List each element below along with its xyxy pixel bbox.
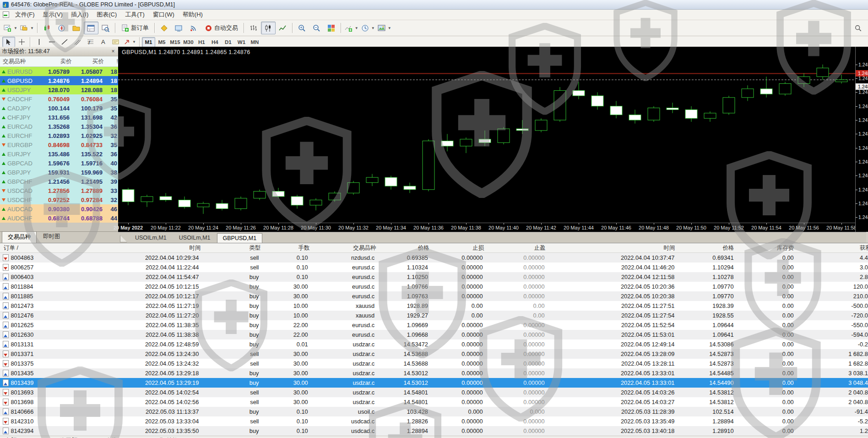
- new-chart-button[interactable]: ▼: [2, 22, 19, 34]
- orders-column-5[interactable]: 交易品种: [313, 243, 379, 252]
- market-watch-row-chfjpy[interactable]: CHFJPY131.656131.69842: [0, 113, 118, 122]
- market-watch-row-eurchf[interactable]: EURCHF1.028931.0292532: [0, 131, 118, 140]
- market-watch-row-gbpchf[interactable]: GBPCHF1.214561.2149539: [0, 177, 118, 186]
- order-row-8011885[interactable]: 80118852022.04.05 10:12:17buy30.00eurusd…: [0, 291, 868, 301]
- market-watch-row-eurusd[interactable]: EURUSD1.057891.0580718: [0, 67, 118, 76]
- menu-item-3[interactable]: 插入(I): [67, 10, 92, 20]
- price-chart[interactable]: [118, 47, 855, 223]
- line-chart-button[interactable]: [276, 22, 290, 34]
- close-icon[interactable]: ×: [110, 48, 116, 55]
- market-watch-column-1[interactable]: 交易品种: [0, 58, 38, 66]
- menu-item-2[interactable]: 显示(V): [39, 10, 67, 20]
- text-tool-button[interactable]: A: [97, 37, 109, 47]
- periods-button[interactable]: ▼: [360, 22, 376, 34]
- periods-dropdown-icon[interactable]: ▼: [371, 26, 375, 30]
- fibonacci-tool-button[interactable]: f: [84, 37, 97, 47]
- indicators-button[interactable]: ▼: [343, 22, 360, 34]
- market-watch-row-usdchf[interactable]: USDCHF0.972520.9728432: [0, 195, 118, 204]
- order-row-8013439[interactable]: 80134392022.04.05 13:29:19buy30.00usdzar…: [0, 378, 868, 388]
- new-chart-dropdown-icon[interactable]: ▼: [14, 26, 17, 30]
- zoom-out-button[interactable]: [309, 22, 324, 34]
- orders-column-9[interactable]: 时间: [549, 243, 678, 252]
- order-row-8011884[interactable]: 80118842022.04.05 10:12:15buy30.00eurusd…: [0, 282, 868, 291]
- new-order-button[interactable]: 新订单: [118, 22, 152, 34]
- orders-column-3[interactable]: 类型: [204, 243, 264, 252]
- timeframe-mn-button[interactable]: MN: [248, 37, 261, 47]
- horizontal-line-tool-button[interactable]: [45, 37, 58, 47]
- order-row-8013693[interactable]: 80136932022.04.05 14:02:54sell30.00usdza…: [0, 388, 868, 397]
- order-row-8004863[interactable]: 80048632022.04.04 10:29:34sell0.10nzdusd…: [0, 253, 868, 263]
- market-watch-row-audcad[interactable]: AUDCAD0.903800.9042646: [0, 204, 118, 214]
- orders-column-2[interactable]: 时间: [53, 243, 204, 252]
- market-watch-row-eurcad[interactable]: EURCAD1.352681.3530436: [0, 122, 118, 131]
- menu-item-5[interactable]: 工具(T): [121, 10, 149, 20]
- timeframe-h4-button[interactable]: H4: [208, 37, 222, 47]
- order-row-8142310[interactable]: 81423102022.05.03 13:33:04sell0.10usdcad…: [0, 416, 868, 426]
- order-row-8013698[interactable]: 80136982022.04.05 14:02:56sell30.00usdza…: [0, 397, 868, 407]
- market-watch-row-usdcad[interactable]: USDCAD1.278561.2788933: [0, 186, 118, 195]
- chart-window-button[interactable]: [172, 22, 186, 34]
- zoom-in-button[interactable]: [295, 22, 309, 34]
- menu-item-7[interactable]: 帮助(H): [179, 10, 207, 20]
- candlestick-chart-button[interactable]: [261, 22, 276, 34]
- market-watch-row-gbpusd[interactable]: GBPUSD1.248761.2489418: [0, 76, 118, 85]
- market-watch-tab-1[interactable]: 交易品种: [2, 231, 37, 243]
- timeframe-w1-button[interactable]: W1: [235, 37, 248, 47]
- order-row-8006257[interactable]: 80062572022.04.04 11:22:44sell0.10eurusd…: [0, 263, 868, 272]
- chart-tab-2[interactable]: USOILm,M1: [173, 233, 217, 243]
- market-watch-row-eurgbp[interactable]: EURGBP0.846980.8473335: [0, 140, 118, 149]
- profiles-dropdown-icon[interactable]: ▼: [30, 26, 34, 30]
- order-row-8013435[interactable]: 80134352022.04.05 13:29:18buy30.00usdzar…: [0, 368, 868, 378]
- order-row-8006403[interactable]: 80064032022.04.04 11:54:47buy0.10eurusd.…: [0, 272, 868, 282]
- history-center-button[interactable]: [69, 22, 84, 34]
- menu-item-4[interactable]: 图表(C): [92, 10, 121, 20]
- menu-item-1[interactable]: 文件(F): [11, 10, 39, 20]
- order-row-8012630[interactable]: 80126302022.04.05 11:38:38buy22.00eurusd…: [0, 330, 868, 339]
- orders-column-8[interactable]: 止盈: [487, 243, 549, 252]
- cursor-tool-button[interactable]: [2, 37, 15, 47]
- orders-column-4[interactable]: 手数: [264, 243, 313, 252]
- timeframe-d1-button[interactable]: D1: [222, 37, 235, 47]
- timeframe-m30-button[interactable]: M30: [182, 37, 195, 47]
- market-watch-row-cadjpy[interactable]: CADJPY100.144100.17935: [0, 104, 118, 113]
- vertical-line-tool-button[interactable]: [33, 37, 45, 47]
- templates-button[interactable]: ▼: [376, 22, 393, 34]
- market-watch-row-usdjpy[interactable]: USDJPY128.070128.08818: [0, 85, 118, 94]
- strategy-tester-button[interactable]: [98, 22, 113, 34]
- orders-column-6[interactable]: 价格: [379, 243, 432, 252]
- orders-column-10[interactable]: 价格: [678, 243, 738, 252]
- arrows-dropdown-icon[interactable]: ▼: [132, 40, 136, 44]
- menu-item-6[interactable]: 窗口(W): [149, 10, 179, 20]
- trendline-tool-button[interactable]: [58, 37, 71, 47]
- autotrading-button[interactable]: 自动交易: [201, 22, 242, 34]
- metaeditor-button[interactable]: [157, 22, 172, 34]
- market-watch-column-2[interactable]: 卖价: [38, 58, 71, 66]
- indicators-dropdown-icon[interactable]: ▼: [355, 26, 358, 30]
- market-watch-column-3[interactable]: 买价: [71, 58, 103, 66]
- market-watch-row-gbpcad[interactable]: GBPCAD1.596761.5971640: [0, 159, 118, 168]
- templates-dropdown-icon[interactable]: ▼: [388, 26, 391, 30]
- bar-chart-button[interactable]: [246, 22, 261, 34]
- market-watch-toggle-button[interactable]: [40, 22, 54, 34]
- navigator-button[interactable]: [54, 22, 69, 34]
- timeframe-m1-button[interactable]: M1: [142, 37, 155, 47]
- order-row-8013371[interactable]: 80133712022.04.05 13:24:30sell30.00usdza…: [0, 349, 868, 359]
- order-row-8013375[interactable]: 80133752022.04.05 13:24:32sell30.00usdza…: [0, 359, 868, 368]
- equidistant-channel-tool-button[interactable]: [71, 37, 84, 47]
- order-row-8012473[interactable]: 80124732022.04.05 11:27:19buy10.00xauusd…: [0, 301, 868, 311]
- arrows-tool-button[interactable]: ▼: [122, 37, 137, 47]
- signals-button[interactable]: [186, 22, 201, 34]
- market-watch-tab-2[interactable]: 即时图: [37, 231, 66, 243]
- market-watch-row-audchf[interactable]: AUDCHF0.687440.6878844: [0, 214, 118, 223]
- market-watch-row-cadchf[interactable]: CADCHF0.760490.7608435: [0, 94, 118, 104]
- order-row-8012476[interactable]: 80124762022.04.05 11:27:20buy10.00xauusd…: [0, 311, 868, 320]
- market-watch-row-eurjpy[interactable]: EURJPY135.486135.52236: [0, 149, 118, 159]
- orders-column-7[interactable]: 止损: [433, 243, 487, 252]
- timeframe-m5-button[interactable]: M5: [155, 37, 168, 47]
- search-button[interactable]: [851, 22, 865, 34]
- chart-tab-1[interactable]: USOILm,M1: [129, 233, 173, 243]
- text-label-tool-button[interactable]: [109, 37, 122, 47]
- market-watch-column-4[interactable]: !: [104, 58, 118, 65]
- order-row-8142394[interactable]: 81423942022.05.03 13:35:50buy0.10usdcad.…: [0, 426, 868, 436]
- tile-windows-button[interactable]: [324, 22, 339, 34]
